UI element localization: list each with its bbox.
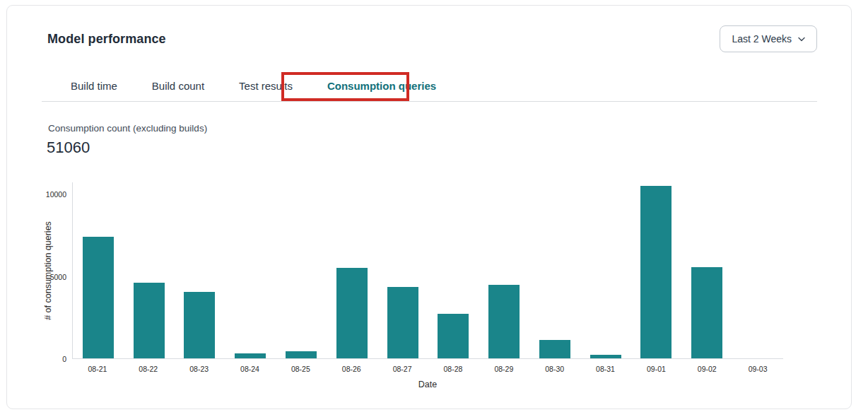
bar-slot [124, 182, 175, 358]
x-tick-label: 08-23 [174, 364, 225, 374]
bar-slot [428, 182, 479, 358]
x-tick-label: 09-03 [732, 364, 783, 374]
bar-09-02[interactable] [691, 267, 722, 359]
y-axis-ticks: 0500010000 [7, 182, 66, 359]
bar-08-30[interactable] [539, 340, 570, 358]
bar-slot [327, 182, 377, 358]
x-tick-label: 08-30 [529, 364, 580, 374]
bar-08-26[interactable] [336, 268, 368, 358]
x-axis-title: Date [72, 379, 783, 390]
bar-08-27[interactable] [387, 287, 418, 358]
bar-08-29[interactable] [488, 285, 520, 358]
bar-slot [732, 182, 783, 358]
bar-slot [276, 182, 327, 358]
consumption-queries-chart: # of consumption queries 0500010000 08-2… [7, 6, 851, 409]
x-tick-label: 09-02 [681, 364, 732, 374]
bar-slot [225, 182, 276, 358]
x-tick-label: 08-21 [72, 364, 123, 374]
bar-08-25[interactable] [286, 351, 317, 358]
bar-slot [479, 182, 529, 358]
bar-slot [631, 182, 682, 358]
plot-area [72, 182, 783, 359]
y-tick-label: 5000 [50, 273, 66, 281]
y-tick-label: 10000 [46, 190, 66, 199]
x-tick-label: 08-25 [275, 364, 326, 374]
bar-slot [73, 182, 124, 358]
bar-slot [529, 182, 580, 358]
x-tick-label: 08-22 [123, 364, 174, 374]
model-performance-card: Model performance Last 2 Weeks Build tim… [6, 5, 852, 409]
x-axis-ticks: 08-2108-2208-2308-2408-2508-2608-2708-28… [72, 364, 783, 374]
bar-slot [377, 182, 428, 358]
x-tick-label: 09-01 [631, 364, 681, 374]
bar-08-22[interactable] [134, 283, 165, 358]
bar-slot [580, 182, 631, 358]
x-tick-label: 08-26 [326, 364, 377, 374]
bar-08-24[interactable] [235, 353, 266, 358]
bar-slot [681, 182, 732, 358]
x-tick-label: 08-29 [479, 364, 529, 374]
bar-08-28[interactable] [438, 314, 469, 358]
bar-08-21[interactable] [83, 237, 114, 358]
x-tick-label: 08-31 [580, 364, 631, 374]
bar-09-01[interactable] [640, 186, 671, 358]
x-tick-label: 08-27 [377, 364, 428, 374]
bar-slot [175, 182, 225, 358]
bar-08-31[interactable] [590, 355, 621, 358]
x-tick-label: 08-28 [428, 364, 479, 374]
y-tick-label: 0 [62, 355, 66, 363]
bar-series [73, 182, 783, 358]
bar-08-23[interactable] [184, 292, 215, 358]
x-tick-label: 08-24 [225, 364, 276, 374]
